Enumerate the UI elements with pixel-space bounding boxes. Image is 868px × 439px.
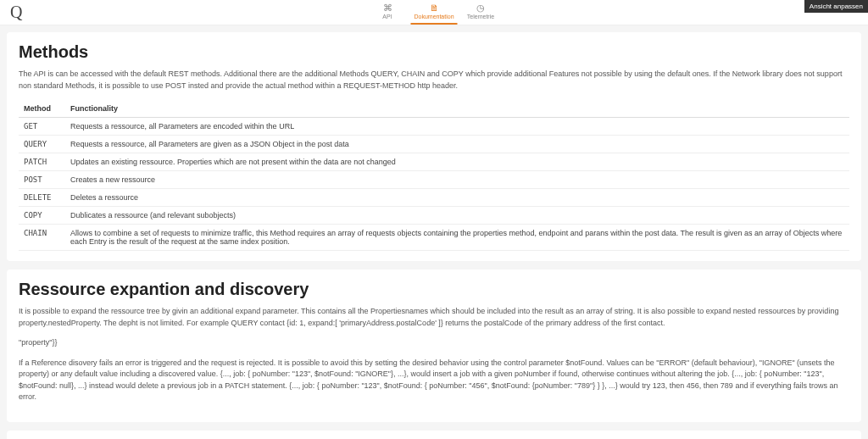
main-nav: ⌘ API 🗎 Dokumentation ◷ Telemetrie [364,0,504,25]
methods-section: Methods The API is can be accessed with … [7,32,861,261]
expansion-section: Ressource expantion and discovery It is … [7,270,861,422]
section-intro: The API is can be accessed with the defa… [19,69,849,92]
document-icon: 🗎 [430,3,439,13]
desc-cell: Dublicates a ressource (and relevant sub… [65,207,849,225]
paragraph: It is possible to expand the ressource t… [19,306,849,329]
desc-cell: Deletes a ressource [65,189,849,207]
desc-cell: Allows to combine a set of requests to m… [65,225,849,251]
brand-logo: Q [10,3,22,22]
method-cell: QUERY [19,136,65,153]
nav-label: Dokumentation [414,14,453,19]
nav-label: Telemetrie [467,14,494,19]
customize-view-button[interactable]: Ansicht anpassen [804,0,868,13]
section-title: Ressource expantion and discovery [19,280,849,299]
table-row: GETRequests a ressource, all Parameters … [19,118,849,136]
method-cell: COPY [19,207,65,225]
method-cell: PATCH [19,153,65,171]
col-method: Method [19,100,65,118]
desc-cell: Requests a ressource, all Parameters are… [65,136,849,153]
gauge-icon: ◷ [476,3,485,13]
nav-telemetry[interactable]: ◷ Telemetrie [458,0,504,25]
topbar: Q ⌘ API 🗎 Dokumentation ◷ Telemetrie Ans… [0,0,868,25]
method-cell: DELETE [19,189,65,207]
page-content: Methods The API is can be accessed with … [0,25,868,439]
nav-label: API [382,14,392,19]
desc-cell: Requests a ressource, all Parameters are… [65,118,849,136]
methods-table: Method Functionality GETRequests a resso… [19,100,849,251]
desc-cell: Creates a new ressource [65,171,849,189]
method-cell: CHAIN [19,225,65,251]
code-icon: ⌘ [383,3,392,13]
method-cell: POST [19,171,65,189]
method-cell: GET [19,118,65,136]
paragraph: If a Reference disovery fails an error i… [19,358,849,403]
table-row: QUERYRequests a ressource, all Parameter… [19,136,849,153]
table-row: DELETEDeletes a ressource [19,189,849,207]
col-functionality: Functionality [65,100,849,118]
table-row: COPYDublicates a ressource (and relevant… [19,207,849,225]
table-row: POSTCreates a new ressource [19,171,849,189]
desc-cell: Updates an existing ressource. Propertie… [65,153,849,171]
nav-api[interactable]: ⌘ API [364,0,411,25]
attributes-section: Attributes Propperties of API objects co… [7,431,861,440]
paragraph: "property"}} [19,337,849,349]
table-row: CHAINAllows to combine a set of requests… [19,225,849,251]
section-title: Methods [19,42,849,62]
table-row: PATCHUpdates an existing ressource. Prop… [19,153,849,171]
nav-documentation[interactable]: 🗎 Dokumentation [411,0,458,25]
